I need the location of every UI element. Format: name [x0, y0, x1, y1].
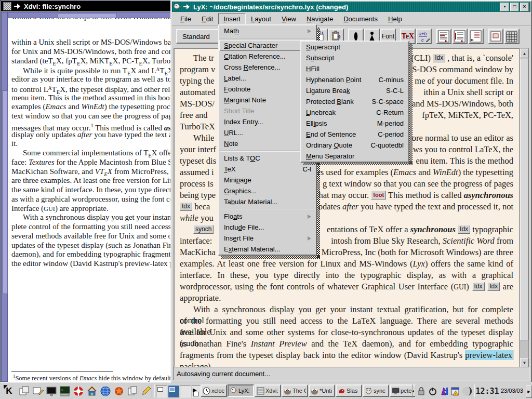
menu-item-label: Math	[224, 27, 239, 35]
xdvi-vertical-scrollbar[interactable]	[1, 12, 8, 382]
xdvi-titlebar[interactable]: Xdvi: file:synchro	[1, 1, 172, 11]
xdvi-text-line: the same kind of interface. In these, yo…	[11, 185, 172, 194]
menubar-item[interactable]: Documents	[338, 13, 383, 25]
menubar-item[interactable]: View	[276, 13, 301, 25]
moon-icon	[462, 386, 472, 396]
special-character-menu-item[interactable]: LinebreakC-Return	[301, 107, 408, 118]
desktop-panel-button[interactable]	[31, 384, 44, 397]
xdvi-window-icon	[3, 2, 11, 10]
scroll-up-arrow[interactable]: ▲	[520, 49, 529, 58]
figure-toolbar-button[interactable]	[488, 29, 503, 44]
insert-menu-item[interactable]: External Material...	[219, 244, 316, 255]
lyx-titlebar[interactable]: LyX: ~/doc/beginlatex/src/synchro.lyx (c…	[172, 2, 530, 12]
xdvi-hscroll-thumb[interactable]	[58, 13, 117, 18]
doc-line-right-fragment: ithin a Unix shell script or	[423, 87, 513, 98]
menu-item-label: Linebreak	[306, 109, 336, 116]
pager-desktop-1[interactable]	[156, 385, 167, 397]
pager-arrow-icon[interactable]: ▶	[193, 387, 197, 393]
xdvi-text-line: editor as your interface to the program …	[11, 75, 172, 84]
taskbar-clock[interactable]: 12:31	[475, 385, 500, 397]
toolbar-separator	[484, 29, 488, 44]
panel-expand-arrow[interactable]: ▶	[526, 385, 532, 398]
lyx-scrollbar-thumb[interactable]	[520, 59, 529, 340]
taskbar-button-label: sync	[374, 388, 385, 394]
doc-line-right-fragment: hat may occur. foot This method is calle…	[319, 190, 514, 201]
pager-desktop-2[interactable]	[168, 385, 179, 397]
menu-item-label: Subscript	[306, 54, 334, 62]
lyx-scrollbar[interactable]: ▲ ▼	[519, 48, 529, 368]
xdvi-horizontal-scrollbar[interactable]	[8, 12, 172, 18]
insert-menu-item[interactable]: Floats	[219, 211, 316, 222]
calendar-tray-button[interactable]: !	[450, 384, 461, 397]
svg-text:a+b: a+b	[419, 31, 427, 36]
math-toolbar-button[interactable]: a+bc	[416, 29, 432, 44]
insert-menu-item[interactable]: Math	[219, 25, 316, 36]
files-panel-button[interactable]	[126, 384, 139, 397]
taskbar-button-lyx[interactable]: LyX:	[228, 384, 254, 397]
globe-panel-button[interactable]	[99, 384, 112, 397]
taskbar-button-xdvi[interactable]: Xdvi:	[255, 384, 281, 397]
list2-toolbar-button[interactable]	[452, 29, 468, 44]
special-character-menu-item[interactable]: HFill	[301, 63, 408, 74]
menubar-item[interactable]: Layout	[246, 13, 276, 25]
special-character-menu-item[interactable]: End of SentenceC-period	[301, 129, 408, 140]
menubar-item[interactable]: File	[175, 13, 196, 25]
pager-desktop-3[interactable]	[180, 385, 191, 397]
special-character-menu-item[interactable]: EllipsisM-period	[301, 118, 408, 129]
doc-line-left-fragment: while you	[180, 212, 214, 224]
maximize-button[interactable]: □	[510, 3, 519, 11]
list1-toolbar-button[interactable]	[436, 29, 451, 44]
insert-menu-item[interactable]: Include File...	[219, 222, 316, 233]
table-toolbar-button[interactable]	[504, 29, 520, 44]
close-button[interactable]: ×	[520, 3, 529, 11]
moon-tray-button[interactable]	[461, 384, 473, 397]
iconify-button[interactable]: ▪	[500, 3, 509, 11]
taskbar-button-sync[interactable]: sync	[363, 384, 389, 397]
insert-menu-item[interactable]: Tabular Material...	[219, 196, 316, 207]
klipper-tray-button[interactable]	[438, 384, 450, 397]
xdvi-vscroll-thumb[interactable]	[2, 90, 8, 294]
taskbar-button-unti[interactable]: *Unti	[309, 384, 335, 397]
insert-menu-item[interactable]: Graphics...	[219, 185, 316, 196]
pen-panel-button[interactable]	[139, 384, 152, 397]
insert-menu-item[interactable]: Insert File	[219, 233, 316, 244]
doc-line-left-fragment: TurboTeX	[180, 121, 215, 132]
xdvi-text-line: With a synchronous display you get your …	[23, 213, 172, 222]
special-character-menu-item[interactable]: Subscript	[301, 52, 408, 63]
taskbar-button-label: *Unti	[320, 388, 332, 394]
display-panel-button[interactable]	[45, 384, 58, 397]
special-character-menu-item[interactable]: Protected BlankS-C-space	[301, 96, 408, 107]
special-character-menu-item[interactable]: Menu Separator	[301, 151, 408, 162]
insert-menu-item[interactable]: Minipage	[219, 175, 316, 185]
special-character-menu-item[interactable]: Hyphenation PointC-minus	[301, 74, 408, 85]
insert-menu-item[interactable]: TeXC-l	[219, 164, 316, 175]
menubar-item[interactable]: Insert	[218, 13, 246, 25]
xdvi-text-line: for Unix and MS-DOS/Windows, both free a…	[11, 47, 172, 56]
special-character-menu-item[interactable]: Ordinary QuoteC-quotedbl	[301, 140, 408, 151]
taskbar-button-slas[interactable]: Slas	[336, 384, 362, 397]
gimp-taskbar-icon	[284, 387, 291, 395]
list3-toolbar-button[interactable]	[468, 29, 484, 44]
terminal-panel-button[interactable]: >_	[58, 384, 71, 397]
power-tray-button[interactable]	[427, 384, 438, 397]
special-character-menu-item[interactable]: Superscript	[301, 42, 408, 52]
mail-panel-button[interactable]	[112, 384, 125, 397]
pin-icon[interactable]	[183, 4, 191, 10]
menubar-item[interactable]: Edit	[196, 13, 218, 25]
pin-icon[interactable]	[14, 3, 21, 9]
doc-line-right-fragment: MicroPress, Inc (both for Microsoft Wind…	[322, 247, 513, 258]
lock-tray-button[interactable]	[416, 384, 427, 397]
files-icon	[127, 385, 138, 397]
menubar-item[interactable]: Help	[383, 13, 407, 25]
taskbar-button-xcloc[interactable]: xcloc	[201, 384, 227, 397]
scroll-down-arrow[interactable]: ▼	[520, 358, 529, 367]
taskbar-button-theg[interactable]: The G	[282, 384, 308, 397]
window-list-panel-button[interactable]	[18, 384, 31, 397]
k-menu-button[interactable]: K	[2, 384, 17, 397]
menubar-item[interactable]: Navigate	[301, 13, 338, 25]
doc-line-left-fragment: automated	[180, 87, 216, 98]
special-character-menu-item[interactable]: Ligature BreakS-C-L	[301, 85, 408, 96]
home-panel-button[interactable]	[85, 384, 98, 397]
menu-item-shortcut: M-period	[372, 119, 404, 127]
help-panel-button[interactable]	[72, 384, 85, 397]
